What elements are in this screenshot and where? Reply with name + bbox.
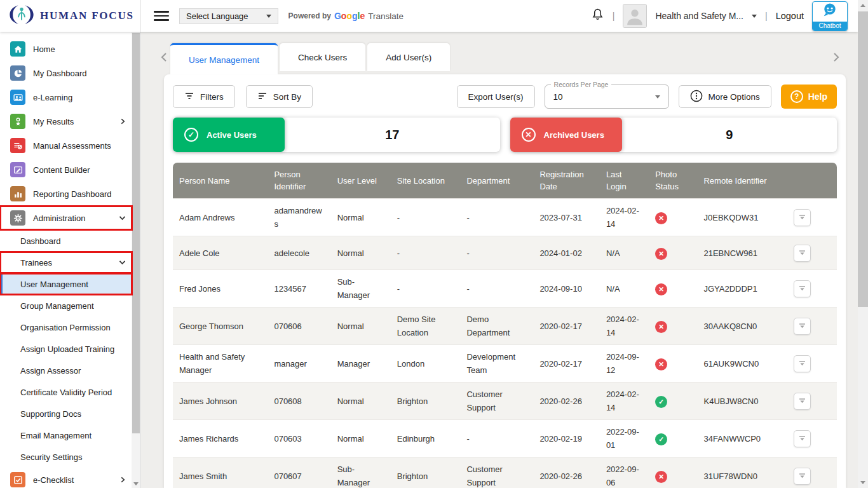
notification-bell-icon[interactable] (591, 8, 604, 24)
cell-photo-status: ✕ (649, 236, 697, 270)
more-options-button[interactable]: More Options (679, 85, 771, 108)
chevron-down-icon (266, 15, 271, 18)
sidebar-item-my-results[interactable]: My Results (0, 109, 132, 133)
filters-button[interactable]: Filters (173, 85, 235, 108)
cell-person-name: Health and Safety Manager (173, 345, 268, 383)
sidebar-item-group-management[interactable]: Group Management (0, 295, 132, 316)
scroll-down-arrow-icon[interactable] (860, 481, 865, 484)
sidebar-item-supporting-docs[interactable]: Supporting Docs (0, 403, 132, 424)
help-button[interactable]: ? Help (781, 85, 837, 109)
tabs-scroll-left-icon[interactable] (160, 52, 168, 65)
echecklist-icon (10, 472, 25, 487)
tab-user-management[interactable]: User Management (170, 43, 278, 74)
sidebar-item-my-dashboard[interactable]: My Dashboard (0, 61, 132, 85)
sidebar-scrollbar-thumb[interactable] (132, 33, 140, 433)
photo-status-check-icon: ✓ (655, 396, 667, 408)
sidebar-item-content-builder[interactable]: Content Builder (0, 158, 132, 182)
column-header-actions (787, 163, 837, 199)
sidebar-item-dashboard[interactable]: Dashboard (0, 230, 132, 252)
table-row: Adam AndrewsadamandrewsNormal--2023-07-3… (173, 199, 837, 236)
row-actions-dropdown-button[interactable] (794, 393, 811, 410)
column-header-site-location: Site Location (391, 163, 461, 199)
manual-assessments-icon (10, 138, 25, 153)
cell-last-login: N/A (600, 236, 649, 270)
window-scrollbar-thumb[interactable] (858, 11, 868, 307)
archived-users-card[interactable]: ✕ Archived Users 9 (510, 118, 837, 152)
cell-remote-identifier: JGYA2DDDP1 (697, 270, 787, 308)
sidebar-item-user-management[interactable]: User Management (0, 273, 132, 295)
scroll-up-arrow-icon[interactable] (860, 4, 865, 7)
row-actions-dropdown-button[interactable] (794, 318, 811, 335)
column-header-department: Department (460, 163, 533, 199)
cell-last-login: 2022-09-06 (600, 458, 649, 488)
tab-check-users[interactable]: Check Users (280, 43, 365, 71)
menu-toggle-icon[interactable] (154, 8, 169, 24)
sidebar-item-organisation-permission[interactable]: Organisation Permission (0, 316, 132, 338)
export-users-label: Export User(s) (468, 92, 524, 102)
window-scrollbar[interactable] (858, 0, 868, 488)
cell-actions (787, 308, 837, 345)
cell-registration-date: 2020-02-26 (533, 458, 599, 488)
records-per-page-select[interactable]: Records Per Page 10 (545, 85, 669, 109)
elearning-icon (10, 90, 25, 105)
main-content: User ManagementCheck UsersAdd User(s) Fi… (141, 32, 858, 488)
row-actions-dropdown-button[interactable] (794, 280, 811, 297)
cell-photo-status: ✕ (649, 270, 697, 308)
cell-remote-identifier: 61AUK9WCN0 (697, 345, 787, 383)
sidebar-item-assign-assessor[interactable]: Assign Assessor (0, 360, 132, 381)
sidebar-item-security-settings[interactable]: Security Settings (0, 446, 132, 468)
tab-label: User Management (189, 55, 259, 65)
human-focus-logo-icon (8, 4, 36, 28)
dashboard-pie-icon (10, 65, 25, 81)
row-actions-dropdown-button[interactable] (794, 355, 811, 372)
export-users-button[interactable]: Export User(s) (457, 85, 535, 108)
x-circle-icon: ✕ (522, 128, 536, 142)
chatbot-button[interactable]: Chatbot (812, 1, 848, 31)
tab-add-user-s[interactable]: Add User(s) (367, 43, 450, 71)
active-users-label: Active Users (207, 130, 257, 140)
sidebar-item-home[interactable]: Home (0, 37, 132, 61)
language-select[interactable]: Select Language (179, 8, 278, 24)
cell-registration-date: 2024-09-10 (533, 270, 599, 308)
brand-name: HUMAN FOCUS (40, 10, 134, 22)
cell-last-login: 2024-02-14 (600, 383, 649, 420)
chevron-down-icon[interactable] (752, 15, 757, 18)
row-actions-dropdown-button[interactable] (794, 468, 811, 485)
row-actions-dropdown-button[interactable] (794, 430, 811, 447)
cell-actions (787, 270, 837, 308)
sidebar-item-trainees[interactable]: Trainees (0, 252, 132, 273)
cell-photo-status: ✕ (649, 308, 697, 345)
sidebar-item-e-learning[interactable]: e-Learning (0, 85, 132, 109)
scroll-down-arrow-icon[interactable] (133, 482, 139, 485)
active-users-card[interactable]: ✓ Active Users 17 (173, 118, 500, 152)
question-mark-icon: ? (790, 90, 803, 103)
sidebar-scrollbar[interactable] (132, 32, 140, 488)
sidebar-item-label: Certificate Validity Period (20, 388, 112, 397)
row-actions-dropdown-button[interactable] (794, 245, 811, 262)
cell-last-login: 2024-02-14 (600, 199, 649, 236)
cell-remote-identifier: J0EBKQDW31 (697, 199, 787, 236)
user-menu[interactable]: Health and Safety M... (655, 11, 743, 21)
sidebar-item-reporting-dashboard[interactable]: Reporting Dashboard (0, 182, 132, 206)
sidebar-item-label: Assign Uploaded Training (20, 344, 114, 354)
avatar[interactable] (623, 4, 647, 28)
sidebar-item-administration[interactable]: Administration (0, 206, 132, 230)
sidebar-item-certificate-validity-period[interactable]: Certificate Validity Period (0, 381, 132, 403)
sidebar-item-email-management[interactable]: Email Management (0, 424, 132, 446)
cell-person-identifier: 070607 (268, 458, 330, 488)
logout-button[interactable]: Logout (776, 11, 804, 21)
cell-user-level: Normal (331, 420, 391, 458)
chevron-down-icon (655, 95, 660, 98)
sidebar-item-manual-assessments[interactable]: Manual Assessments (0, 133, 132, 158)
sort-by-button[interactable]: Sort By (246, 85, 313, 108)
sidebar-item-label: Content Builder (33, 165, 90, 175)
photo-status-cross-icon: ✕ (655, 358, 667, 370)
tabs-scroll-right-icon[interactable] (832, 52, 840, 65)
google-logo: Google (334, 11, 365, 21)
row-actions-dropdown-button[interactable] (794, 209, 811, 226)
sidebar-item-label: Trainees (20, 258, 52, 268)
column-header-photo-status: Photo Status (649, 163, 697, 199)
sidebar-item-assign-uploaded-training[interactable]: Assign Uploaded Training (0, 338, 132, 360)
cell-department: - (460, 199, 533, 236)
sidebar-item-e-checklist[interactable]: e-Checklist (0, 468, 132, 488)
